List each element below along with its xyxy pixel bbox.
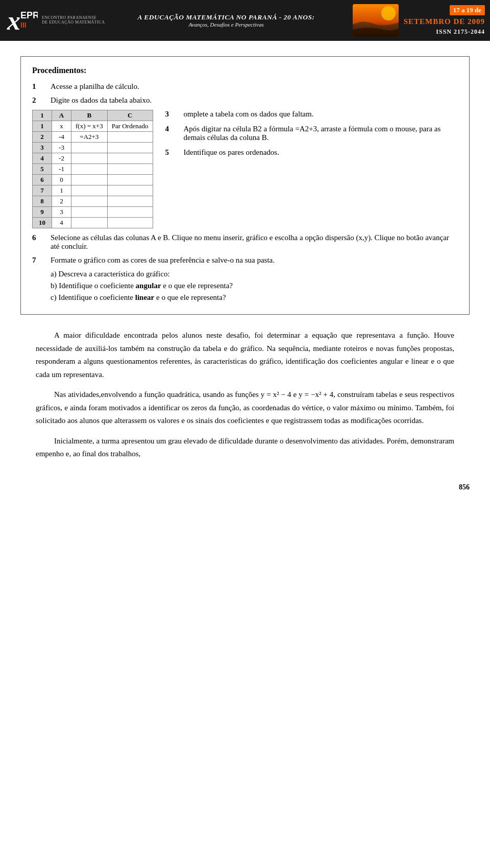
- paragraph-2: Nas atividades,envolvendo a função quadr…: [36, 388, 454, 428]
- step-4: 4 Após digitar na célula B2 a fórmula =A…: [165, 125, 458, 142]
- month-year: SETEMBRO DE 2009: [404, 17, 485, 26]
- header-image: [353, 4, 399, 37]
- step-a: a) Descreva a característica do gráfico:: [51, 270, 458, 278]
- header-center: A Educação Matemática no Paraná - 20 ano…: [105, 13, 347, 28]
- paragraph-1: A maior dificuldade encontrada pelos alu…: [36, 329, 454, 381]
- step-7: 7 Formate o gráfico com as cores de sua …: [32, 256, 458, 265]
- header: x EPRE III ENCONTRO PARANAENSE DE EDUCAÇ…: [0, 0, 490, 41]
- logo-area: x EPRE III ENCONTRO PARANAENSE DE EDUCAÇ…: [5, 3, 105, 38]
- spreadsheet-table: 1 A B C 1xf(x) = x+3Par Ordenado 2-4=A2+…: [32, 110, 153, 228]
- date-badge: 17 a 19 de: [450, 5, 485, 15]
- step-b: b) Identifique o coeficiente angular e o…: [51, 281, 458, 290]
- steps-3-4: 3 omplete a tabela com os dados que falt…: [165, 110, 458, 228]
- step-3-num: 3: [165, 110, 184, 119]
- step-3: 3 omplete a tabela com os dados que falt…: [165, 110, 458, 119]
- step-1: 1 Acesse a planilha de cálculo.: [32, 82, 458, 91]
- content-area: Procedimentos: 1 Acesse a planilha de cá…: [0, 41, 490, 478]
- header-main-title: A Educação Matemática no Paraná - 20 ano…: [115, 13, 337, 21]
- header-right: 17 a 19 de SETEMBRO DE 2009 ISSN 2175-20…: [404, 5, 485, 36]
- step-6-num: 6: [32, 233, 51, 242]
- step-4-num: 4: [165, 125, 184, 133]
- paragraph-section: A maior dificuldade encontrada pelos alu…: [20, 329, 470, 461]
- logo-text: ENCONTRO PARANAENSE DE EDUCAÇÃO MATEMÁTI…: [42, 16, 105, 25]
- step-5-text: Identifique os pares ordenados.: [184, 148, 458, 157]
- step-5-num: 5: [165, 148, 184, 157]
- spreadsheet-section: 1 A B C 1xf(x) = x+3Par Ordenado 2-4=A2+…: [32, 110, 458, 228]
- procedures-title: Procedimentos:: [32, 66, 458, 75]
- step-c: c) Identifique o coeficiente linear e o …: [51, 293, 458, 302]
- svg-text:III: III: [20, 21, 27, 29]
- step-2: 2 Digite os dados da tabela abaixo.: [32, 96, 458, 105]
- step-5: 5 Identifique os pares ordenados.: [165, 148, 458, 157]
- logo-x: x EPRE III: [5, 3, 38, 38]
- issn: ISSN 2175-2044: [436, 28, 485, 36]
- step-1-num: 1: [32, 82, 51, 91]
- step-1-text: Acesse a planilha de cálculo.: [51, 82, 458, 91]
- step-4-text: Após digitar na célula B2 a fórmula =A2+…: [184, 125, 458, 142]
- step-3-text: omplete a tabela com os dados que faltam…: [184, 110, 458, 119]
- step-2-num: 2: [32, 96, 51, 105]
- sub-steps: a) Descreva a característica do gráfico:…: [51, 270, 458, 302]
- header-sub-title: Avanços, Desafios e Perspectivas: [115, 21, 337, 28]
- step-6-text: Selecione as células das colunas A e B. …: [51, 233, 458, 251]
- svg-point-5: [381, 6, 396, 20]
- svg-text:x: x: [7, 6, 20, 35]
- paragraph-3: Inicialmente, a turma apresentou um grau…: [36, 435, 454, 461]
- step-7-num: 7: [32, 256, 51, 265]
- page-number: 856: [0, 478, 490, 497]
- step-6: 6 Selecione as células das colunas A e B…: [32, 233, 458, 251]
- svg-text:EPRE: EPRE: [20, 10, 38, 20]
- procedures-box: Procedimentos: 1 Acesse a planilha de cá…: [20, 56, 470, 315]
- step-7-text: Formate o gráfico com as cores de sua pr…: [51, 256, 458, 265]
- step-2-text: Digite os dados da tabela abaixo.: [51, 96, 458, 105]
